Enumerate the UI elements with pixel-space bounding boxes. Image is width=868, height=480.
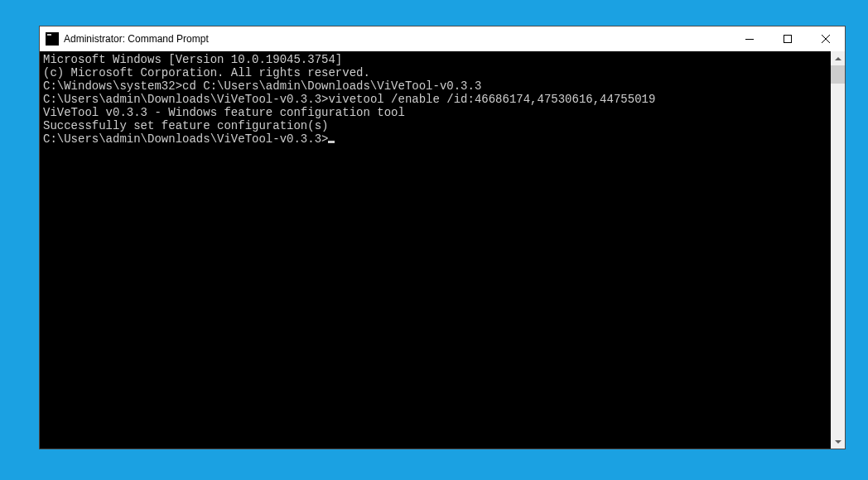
maximize-icon bbox=[784, 35, 792, 43]
output-line: (c) Microsoft Corporation. All rights re… bbox=[43, 66, 827, 79]
close-icon bbox=[822, 35, 830, 43]
vertical-scrollbar[interactable] bbox=[831, 51, 845, 449]
output-line: Successfully set feature configuration(s… bbox=[43, 119, 827, 132]
prompt-text: C:\Windows\system32> bbox=[43, 79, 182, 93]
console-output[interactable]: Microsoft Windows [Version 10.0.19045.37… bbox=[40, 51, 831, 449]
output-line: Microsoft Windows [Version 10.0.19045.37… bbox=[43, 53, 827, 66]
scroll-down-button[interactable] bbox=[831, 434, 845, 449]
window-title: Administrator: Command Prompt bbox=[64, 33, 209, 45]
minimize-icon bbox=[745, 39, 754, 40]
console-area: Microsoft Windows [Version 10.0.19045.37… bbox=[40, 51, 845, 449]
arrow-up-icon bbox=[835, 57, 841, 60]
scroll-thumb[interactable] bbox=[831, 65, 845, 84]
command-text: cd C:\Users\admin\Downloads\ViVeTool-v0.… bbox=[182, 79, 481, 93]
command-text: vivetool /enable /id:46686174,47530616,4… bbox=[328, 93, 655, 106]
cursor bbox=[328, 141, 335, 143]
prompt-text: C:\Users\admin\Downloads\ViVeTool-v0.3.3… bbox=[43, 93, 328, 106]
command-line: C:\Windows\system32>cd C:\Users\admin\Do… bbox=[43, 79, 827, 93]
current-prompt-line: C:\Users\admin\Downloads\ViVeTool-v0.3.3… bbox=[43, 132, 827, 146]
prompt-text: C:\Users\admin\Downloads\ViVeTool-v0.3.3… bbox=[43, 132, 328, 146]
minimize-button[interactable] bbox=[731, 26, 769, 51]
maximize-button[interactable] bbox=[769, 26, 807, 51]
command-prompt-window: Administrator: Command Prompt Microsoft … bbox=[39, 26, 846, 449]
scroll-up-button[interactable] bbox=[831, 51, 845, 65]
scroll-track[interactable] bbox=[831, 65, 845, 434]
close-button[interactable] bbox=[807, 26, 845, 51]
window-controls bbox=[731, 26, 845, 51]
cmd-icon bbox=[46, 32, 59, 46]
output-line: ViVeTool v0.3.3 - Windows feature config… bbox=[43, 106, 827, 119]
arrow-down-icon bbox=[835, 440, 841, 444]
titlebar[interactable]: Administrator: Command Prompt bbox=[40, 26, 845, 51]
command-line: C:\Users\admin\Downloads\ViVeTool-v0.3.3… bbox=[43, 93, 827, 106]
